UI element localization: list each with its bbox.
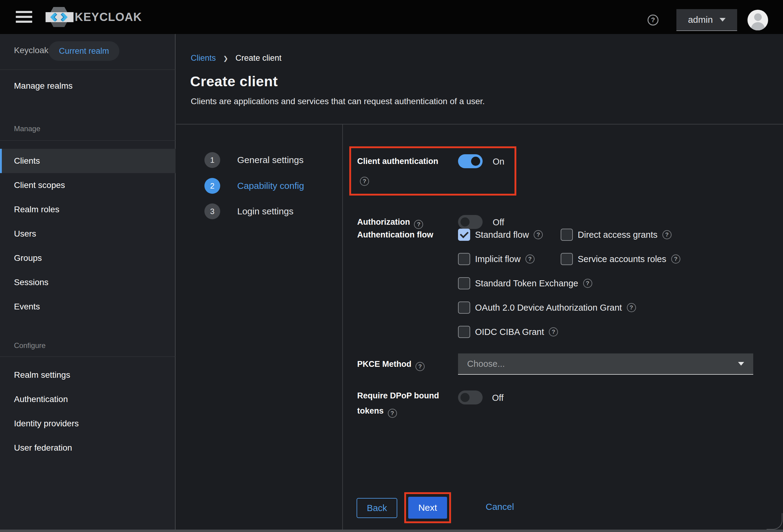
checkbox-unchecked-icon[interactable]: [561, 253, 573, 265]
checkbox-checked-icon[interactable]: [458, 229, 470, 241]
authentication-flow-label: Authentication flow: [357, 227, 448, 242]
sidebar-item-identity-providers[interactable]: Identity providers: [0, 411, 176, 436]
checkbox-unchecked-icon[interactable]: [561, 229, 573, 241]
help-icon[interactable]: [648, 14, 658, 26]
client-authentication-label: Client authentication: [357, 154, 438, 169]
standard-flow-help-icon[interactable]: [534, 230, 543, 239]
pkce-method-value: Choose...: [467, 359, 738, 369]
checkbox-oauth-device-authorization-grant[interactable]: OAuth 2.0 Device Authorization Grant: [458, 302, 636, 314]
next-button[interactable]: Next: [408, 497, 447, 519]
sidebar-section-manage: Manage: [14, 125, 40, 133]
pkce-method-help-icon[interactable]: [415, 362, 425, 371]
sidebar: Keycloak Current realm Manage realms Man…: [0, 34, 176, 530]
dpop-label: Require DPoP bound tokens: [357, 388, 446, 418]
page-title: Create client: [190, 73, 278, 90]
authorization-toggle[interactable]: [458, 215, 482, 229]
sidebar-item-manage-realms[interactable]: Manage realms: [0, 74, 176, 98]
dpop-toggle[interactable]: [458, 390, 482, 404]
checkbox-service-accounts-roles[interactable]: Service accounts roles: [561, 253, 680, 265]
sidebar-item-client-scopes[interactable]: Client scopes: [0, 173, 176, 197]
page-subtitle: Clients are applications and services th…: [191, 97, 485, 106]
wizard-step-general-settings[interactable]: 1 General settings: [205, 152, 304, 168]
breadcrumb-chevron-icon: [223, 55, 228, 62]
wizard-step-capability-config[interactable]: 2 Capability config: [205, 178, 304, 194]
client-authentication-toggle[interactable]: [458, 154, 482, 168]
cancel-link[interactable]: Cancel: [486, 502, 514, 512]
checkbox-direct-access-grants[interactable]: Direct access grants: [561, 229, 671, 241]
toggle-knob: [461, 393, 470, 402]
implicit-flow-help-icon[interactable]: [526, 254, 535, 263]
hamburger-menu-icon[interactable]: [16, 11, 32, 23]
oidc-ciba-grant-help-icon[interactable]: [549, 327, 558, 337]
toggle-knob: [471, 157, 480, 166]
pkce-method-select[interactable]: Choose...: [458, 353, 753, 375]
checkbox-standard-flow[interactable]: Standard flow: [458, 229, 543, 241]
toggle-knob: [461, 217, 470, 226]
pkce-method-label: PKCE Method: [357, 356, 425, 372]
dpop-state: Off: [492, 393, 504, 403]
window-bottom-edge: [0, 530, 783, 532]
wizard-step-login-settings[interactable]: 3 Login settings: [205, 204, 293, 219]
authorization-state: Off: [493, 217, 504, 227]
breadcrumb: Clients Create client: [191, 54, 282, 63]
wizard-divider: [342, 125, 343, 530]
checkbox-unchecked-icon[interactable]: [458, 277, 470, 289]
sidebar-item-clients[interactable]: Clients: [0, 149, 176, 173]
main-content: Clients Create client Create client Clie…: [176, 34, 783, 530]
step-2-number: 2: [205, 178, 220, 194]
sidebar-item-sessions[interactable]: Sessions: [0, 270, 176, 294]
chevron-down-icon: [720, 18, 726, 22]
client-authentication-help-icon[interactable]: [360, 177, 369, 186]
username-label: admin: [688, 14, 713, 25]
logo-wordmark: KEYCLOAK: [75, 11, 142, 23]
checkbox-standard-token-exchange[interactable]: Standard Token Exchange: [458, 277, 592, 289]
sidebar-item-groups[interactable]: Groups: [0, 246, 176, 270]
checkbox-unchecked-icon[interactable]: [458, 253, 470, 265]
service-accounts-roles-help-icon[interactable]: [671, 254, 680, 263]
keycloak-logo[interactable]: KEYCLOAK: [44, 6, 145, 28]
step-3-number: 3: [205, 204, 220, 219]
realm-header: Keycloak Current realm: [0, 34, 176, 70]
checkbox-oidc-ciba-grant[interactable]: OIDC CIBA Grant: [458, 326, 558, 338]
realm-name-label: Keycloak: [14, 45, 49, 55]
avatar[interactable]: [748, 10, 768, 30]
sidebar-item-realm-roles[interactable]: Realm roles: [0, 197, 176, 222]
sidebar-item-user-federation[interactable]: User federation: [0, 436, 176, 460]
breadcrumb-clients-link[interactable]: Clients: [191, 54, 216, 63]
oauth-device-grant-help-icon[interactable]: [627, 303, 636, 312]
sidebar-item-realm-settings[interactable]: Realm settings: [0, 363, 176, 387]
checkbox-unchecked-icon[interactable]: [458, 302, 470, 314]
user-menu-dropdown[interactable]: admin: [677, 9, 737, 31]
sidebar-item-authentication[interactable]: Authentication: [0, 387, 176, 411]
header-divider: [176, 124, 783, 125]
step-1-number: 1: [205, 152, 220, 168]
sidebar-item-events[interactable]: Events: [0, 294, 176, 319]
current-realm-badge[interactable]: Current realm: [49, 41, 119, 61]
dpop-help-icon[interactable]: [388, 409, 397, 418]
chevron-down-icon: [738, 362, 744, 366]
direct-access-grants-help-icon[interactable]: [662, 230, 671, 239]
sidebar-item-users[interactable]: Users: [0, 222, 176, 246]
checkbox-unchecked-icon[interactable]: [458, 326, 470, 338]
breadcrumb-current: Create client: [236, 54, 282, 63]
client-authentication-state: On: [493, 157, 504, 167]
standard-token-exchange-help-icon[interactable]: [583, 279, 592, 288]
sidebar-section-configure: Configure: [14, 341, 45, 350]
back-button[interactable]: Back: [356, 498, 397, 518]
masthead: KEYCLOAK admin: [0, 0, 783, 34]
checkbox-implicit-flow[interactable]: Implicit flow: [458, 253, 535, 265]
